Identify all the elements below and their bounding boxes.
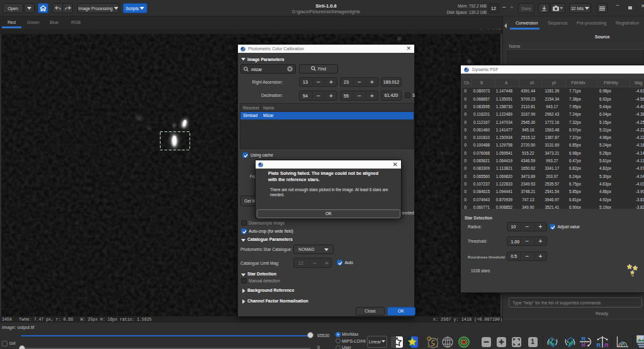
svg-text:R: R bbox=[582, 341, 586, 348]
svg-text:R: R bbox=[604, 341, 609, 348]
svg-text:R: R bbox=[582, 336, 586, 342]
svg-text:R: R bbox=[597, 341, 601, 348]
